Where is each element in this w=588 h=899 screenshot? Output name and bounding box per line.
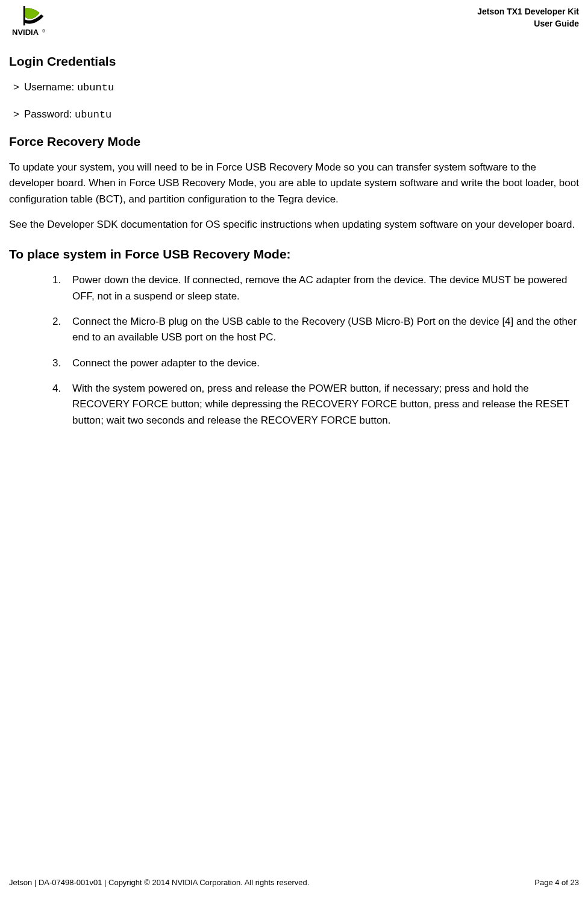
password-value: ubuntu	[75, 109, 111, 121]
header-title: Jetson TX1 Developer Kit User Guide	[477, 6, 579, 30]
recovery-step: Power down the device. If connected, rem…	[72, 272, 579, 304]
svg-text:®: ®	[42, 29, 46, 33]
nvidia-logo: NVIDIA ®	[9, 6, 56, 36]
username-item: Username: ubuntu	[24, 80, 579, 96]
password-item: Password: ubuntu	[24, 107, 579, 123]
recovery-step: Connect the power adapter to the device.	[72, 356, 579, 371]
login-credentials-list: Username: ubuntu Password: ubuntu	[9, 80, 579, 122]
force-recovery-p1: To update your system, you will need to …	[9, 160, 579, 207]
heading-login-credentials: Login Credentials	[9, 54, 579, 69]
force-recovery-p2: See the Developer SDK documentation for …	[9, 217, 579, 233]
svg-text:NVIDIA: NVIDIA	[12, 28, 39, 36]
header-title-line2: User Guide	[477, 18, 579, 30]
recovery-step: Connect the Micro-B plug on the USB cabl…	[72, 314, 579, 346]
footer-left: Jetson | DA-07498-001v01 | Copyright © 2…	[9, 878, 309, 887]
password-label: Password:	[24, 108, 75, 120]
heading-recovery-steps: To place system in Force USB Recovery Mo…	[9, 247, 579, 262]
footer-right: Page 4 of 23	[534, 878, 579, 887]
username-value: ubuntu	[77, 82, 114, 93]
page-header: NVIDIA ® Jetson TX1 Developer Kit User G…	[9, 6, 579, 36]
heading-force-recovery: Force Recovery Mode	[9, 134, 579, 149]
recovery-step: With the system powered on, press and re…	[72, 381, 579, 428]
username-label: Username:	[24, 81, 77, 93]
recovery-steps-list: Power down the device. If connected, rem…	[9, 272, 579, 428]
page-footer: Jetson | DA-07498-001v01 | Copyright © 2…	[9, 878, 579, 887]
header-title-line1: Jetson TX1 Developer Kit	[477, 6, 579, 18]
